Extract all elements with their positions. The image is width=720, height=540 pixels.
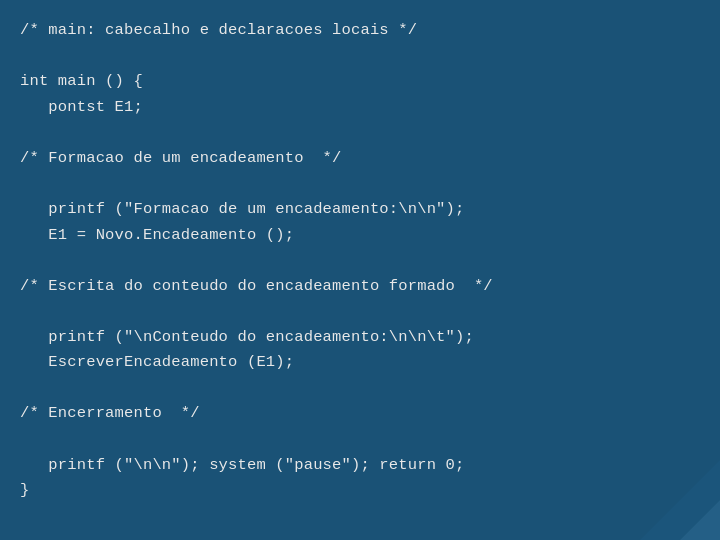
code-line: /* Escrita do conteudo do encadeamento f… bbox=[20, 274, 700, 300]
code-line: printf ("Formacao de um encadeamento:\n\… bbox=[20, 197, 700, 223]
code-line: int main () { bbox=[20, 69, 700, 95]
empty-code-line bbox=[20, 376, 700, 402]
code-editor: /* main: cabecalho e declaracoes locais … bbox=[0, 0, 720, 540]
code-line: } bbox=[20, 478, 700, 504]
empty-code-line bbox=[20, 248, 700, 274]
code-line: printf ("\nConteudo do encadeamento:\n\n… bbox=[20, 325, 700, 351]
empty-code-line bbox=[20, 120, 700, 146]
empty-code-line bbox=[20, 299, 700, 325]
empty-code-line bbox=[20, 44, 700, 70]
empty-code-line bbox=[20, 171, 700, 197]
code-line: /* Formacao de um encadeamento */ bbox=[20, 146, 700, 172]
code-line: /* Encerramento */ bbox=[20, 401, 700, 427]
code-line: E1 = Novo.Encadeamento (); bbox=[20, 223, 700, 249]
empty-code-line bbox=[20, 427, 700, 453]
code-line: EscreverEncadeamento (E1); bbox=[20, 350, 700, 376]
code-line: printf ("\n\n"); system ("pause"); retur… bbox=[20, 453, 700, 479]
code-line: pontst E1; bbox=[20, 95, 700, 121]
code-line: /* main: cabecalho e declaracoes locais … bbox=[20, 18, 700, 44]
